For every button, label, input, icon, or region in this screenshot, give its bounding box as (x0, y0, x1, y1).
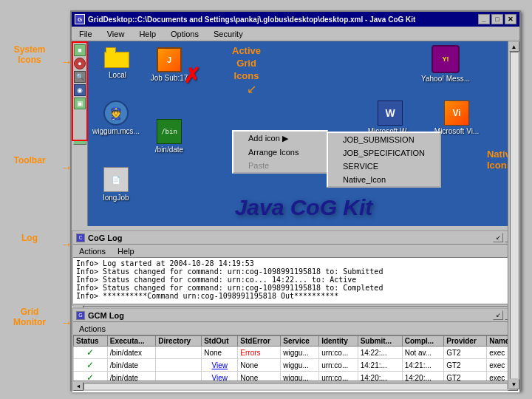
gcm-table: Status Executa... Directory StdOut StdEr… (73, 335, 518, 384)
sys-icon-2[interactable]: ● (74, 58, 86, 69)
main-scroll-up[interactable]: ▲ (509, 41, 519, 52)
table-row: ✓ /bin/datex None Errors wiggu... urn:co… (74, 347, 518, 359)
cell-stderr-1: Errors (238, 347, 281, 359)
icon-bindate-label: /bin/date (155, 146, 183, 154)
gcm-actions-bar: Actions (73, 322, 518, 335)
cog-log-title: CoG Log (88, 233, 122, 242)
gcm-scroll-left[interactable]: ◄ (73, 382, 83, 391)
gcm-table-container: Status Executa... Directory StdOut StdEr… (73, 335, 518, 384)
cell-status-1: ✓ (74, 347, 108, 359)
icon-yahoo[interactable]: Y! Yahoo! Mess... (423, 45, 468, 83)
maximize-button[interactable]: □ (491, 14, 503, 24)
cog-log-content: Info> Log started at 2004-10-28 14:19:53… (73, 258, 518, 304)
cog-log-menu-actions[interactable]: Actions (76, 246, 109, 256)
cell-provider-2: GT2 (444, 359, 487, 372)
icon-ms-vi[interactable]: Vi Microsoft Vi... (434, 100, 479, 135)
menu-file[interactable]: File (75, 28, 97, 40)
col-service[interactable]: Service (281, 336, 319, 347)
log-line-4: Info> Status changed for command: urn:co… (76, 284, 515, 292)
ctx-sub-service[interactable]: SERVICE (328, 160, 440, 173)
col-directory[interactable]: Directory (156, 336, 202, 347)
ctx-arrange[interactable]: Arrange Icons (233, 146, 327, 159)
cog-kit-text: Java CoG Kit (88, 195, 519, 220)
cell-identity-1: urn:co... (319, 347, 358, 359)
menu-help[interactable]: Help (134, 28, 160, 40)
sys-icon-1[interactable]: ■ (74, 44, 86, 56)
ctx-sub-job-spec[interactable]: JOB_SPECIFICATION (328, 146, 440, 160)
cell-exec-2: /bin/date (107, 359, 155, 372)
ctx-add-icon[interactable]: Add icon ▶ (233, 132, 327, 146)
cell-stderr-2: None (238, 359, 281, 372)
cog-log-restore-btn[interactable]: ↙ (493, 233, 503, 242)
active-grid-label: ActiveGridIcons (232, 45, 261, 83)
icon-local[interactable]: Local (95, 47, 140, 79)
gcm-log-restore-btn[interactable]: ↙ (493, 310, 503, 320)
log-line-3: Info> Status changed for command: urn:co… (76, 276, 515, 284)
cell-stdout-2[interactable]: View (202, 359, 238, 372)
cell-compl-1: Not av... (402, 347, 444, 359)
col-provider[interactable]: Provider (444, 336, 487, 347)
ctx-sub-native[interactable]: Native_Icon (328, 173, 440, 186)
menu-bar: File View Help Options Security (72, 27, 519, 41)
col-submit[interactable]: Submit... (358, 336, 402, 347)
main-window: G GridDesktop::C:\Documents and Settings… (70, 10, 521, 391)
col-executa[interactable]: Executa... (107, 336, 155, 347)
desktop-area: Local J Job Sub:17 ✗ 👮 wiggum.mcs... /bi… (88, 41, 519, 226)
system-icons-label: SystemIcons (0, 44, 59, 65)
log-label: Log (0, 233, 59, 243)
gcm-menu-actions[interactable]: Actions (76, 324, 109, 334)
col-identity[interactable]: Identity (319, 336, 358, 347)
sys-icon-5[interactable]: ▣ (74, 98, 86, 109)
log-line-1: Info> Log started at 2004-10-28 14:19:53 (76, 259, 515, 267)
icon-local-label: Local (109, 71, 126, 79)
cog-log-panel: C CoG Log ↙ ⤢ Actions Help Info> Log sta… (72, 230, 519, 307)
col-status[interactable]: Status (74, 336, 108, 347)
cell-submit-1: 14:22:... (358, 347, 402, 359)
ctx-sub-job-submission[interactable]: JOB_SUBMISSION (328, 133, 440, 146)
cell-compl-2: 14:21:... (402, 359, 444, 372)
grid-monitor-label: GridMonitor (0, 307, 59, 327)
icon-yahoo-label: Yahoo! Mess... (421, 75, 470, 83)
cell-submit-2: 14:21:... (358, 359, 402, 372)
cell-service-1: wiggu... (281, 347, 319, 359)
main-scroll-vtrack (510, 52, 519, 379)
gcm-hscrollbar: ◄ ► (73, 381, 518, 391)
col-stderr[interactable]: StdError (238, 336, 281, 347)
log-line-2: Info> Status changed for command: urn:co… (76, 267, 515, 276)
window-title: GridDesktop::C:\Documents and Settings\p… (88, 16, 415, 24)
cog-log-menu-help[interactable]: Help (115, 246, 137, 256)
icon-ms-word[interactable]: W Microsoft W... (368, 100, 412, 135)
gcm-log-panel: G GCM Log ↙ ⤢ Actions Status Executa... … (72, 307, 519, 392)
main-vscrollbar: ▲ ▼ (508, 41, 519, 389)
sys-icon-4[interactable]: ◉ (74, 84, 86, 96)
ctx-paste[interactable]: Paste (233, 159, 327, 172)
main-scroll-down[interactable]: ▼ (509, 379, 519, 389)
cell-service-2: wiggu... (281, 359, 319, 372)
gcm-log-title-bar: G GCM Log ↙ ⤢ (73, 309, 518, 322)
cell-stdout-1: None (202, 347, 238, 359)
menu-security[interactable]: Security (209, 28, 248, 40)
cell-provider-1: GT2 (444, 347, 487, 359)
gcm-scroll-track (83, 383, 508, 390)
menu-options[interactable]: Options (166, 28, 203, 40)
col-stdout[interactable]: StdOut (202, 336, 238, 347)
active-grid-arrow: ↙ (247, 82, 256, 96)
cog-log-menu: Actions Help (73, 245, 518, 258)
log-line-5: Info> **********Command urn:cog-10989911… (76, 292, 515, 300)
system-icons-panel: ■ ● 🔍 ◉ ▣ (72, 41, 88, 141)
window-icon: G (75, 14, 85, 24)
gcm-log-title: GCM Log (88, 311, 124, 320)
table-row: ✓ /bin/date View None wiggu... urn:co...… (74, 359, 518, 372)
close-button[interactable]: ✕ (505, 14, 516, 24)
ctx-submenu: JOB_SUBMISSION JOB_SPECIFICATION SERVICE… (327, 132, 441, 188)
cell-status-2: ✓ (74, 359, 108, 372)
cog-log-title-bar: C CoG Log ↙ ⤢ (73, 231, 518, 245)
col-compl[interactable]: Compl... (402, 336, 444, 347)
icon-wiggum[interactable]: 👮 wiggum.mcs... (94, 100, 138, 135)
cell-dir-2 (156, 359, 202, 372)
icon-bindate[interactable]: /bin /bin/date (147, 119, 191, 154)
menu-view[interactable]: View (103, 28, 129, 40)
icon-redx[interactable]: ✗ (169, 64, 214, 88)
sys-icon-3[interactable]: 🔍 (74, 71, 86, 83)
minimize-button[interactable]: _ (478, 14, 490, 24)
